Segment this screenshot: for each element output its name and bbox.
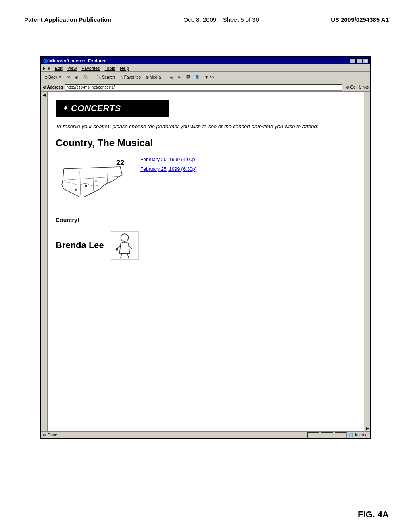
- back-label: Back: [48, 75, 57, 79]
- menu-favorites[interactable]: Favorites: [81, 66, 100, 71]
- map-container: 22: [56, 157, 128, 223]
- address-bar: ⊙ Address ⊕ Go Links: [41, 83, 370, 92]
- svg-point-12: [115, 248, 118, 251]
- menu-tools[interactable]: Tools: [105, 66, 115, 71]
- concerts-title: CONCERTS: [71, 103, 121, 114]
- svg-line-9: [127, 253, 129, 258]
- toolbar-extra: ▼ >>: [204, 75, 214, 79]
- star-icon: ☆: [120, 75, 123, 79]
- seat-count: 22: [116, 159, 124, 167]
- menu-bar: File Edit View Favorites Tools Help: [41, 64, 370, 72]
- performer-section: Country, The Musical: [56, 137, 356, 149]
- menu-help[interactable]: Help: [120, 66, 129, 71]
- header-patent: US 2009/0254385 A1: [331, 16, 389, 23]
- address-icon: ⊙: [43, 85, 46, 89]
- edit-icon: ✏: [178, 75, 181, 79]
- refresh-button[interactable]: ⊗: [73, 74, 80, 80]
- concerts-star-icon: ✦: [62, 104, 68, 113]
- map-right-info: February 20, 1999 (4:00p) February 25, 1…: [140, 157, 196, 172]
- scroll-right[interactable]: ▶: [364, 92, 370, 431]
- date-link-2[interactable]: February 25, 1999 (6:30p): [140, 166, 196, 172]
- header-publication: Patent Application Publication: [24, 16, 111, 23]
- search-button[interactable]: 🔍 Search: [95, 74, 117, 80]
- header-sheet: Sheet 5 of 30: [223, 16, 259, 23]
- discuss-button[interactable]: 🗐: [184, 74, 192, 80]
- main-content: ✦ CONCERTS To reserve your seat(s), plea…: [48, 92, 364, 431]
- edit-button[interactable]: ✏: [176, 74, 183, 80]
- svg-line-3: [64, 176, 120, 180]
- svg-line-8: [120, 253, 122, 258]
- media-icon: ⊕: [146, 75, 149, 79]
- favorites-label: Favorites: [124, 75, 141, 79]
- toolbar-separator-1: [92, 73, 92, 81]
- menu-file[interactable]: File: [43, 66, 50, 71]
- svg-line-1: [93, 168, 94, 191]
- back-button[interactable]: ⊙ Back ▼: [43, 74, 64, 80]
- performer-name: Country, The Musical: [56, 137, 356, 149]
- address-label: ⊙ Address: [43, 85, 63, 89]
- back-arrow-icon: ▼: [58, 75, 62, 79]
- stop-icon: ✕: [67, 75, 70, 79]
- discuss-icon: 🗐: [186, 75, 190, 79]
- instruction-text: To reserve your seat(s), please choose t…: [56, 123, 356, 129]
- browser-title: Microsoft Internet Explorer: [49, 58, 106, 63]
- content-area: ◀ ✦ CONCERTS To reserve your seat(s), pl…: [41, 92, 370, 431]
- minimize-button[interactable]: _: [350, 58, 356, 63]
- browser-icon: 🌐: [43, 59, 48, 63]
- favorites-button[interactable]: ☆ Favorites: [118, 74, 142, 80]
- home-button[interactable]: 🏠: [81, 74, 90, 80]
- internet-label: Internet: [355, 433, 369, 437]
- svg-point-6: [95, 180, 97, 182]
- date-link-1[interactable]: February 20, 1999 (4:00p): [140, 157, 196, 162]
- links-label: Links: [359, 85, 369, 89]
- map-label: Country!: [56, 217, 128, 223]
- page-header: Patent Application Publication Oct. 8, 2…: [0, 16, 413, 23]
- messenger-icon: 👤: [195, 75, 200, 79]
- artist-svg: [111, 231, 138, 260]
- status-bar: ⊙ Done 🌐 Internet: [41, 431, 370, 438]
- progress-segment-3: [335, 432, 347, 438]
- refresh-icon: ⊗: [75, 75, 78, 79]
- status-right: 🌐 Internet: [307, 432, 369, 438]
- svg-line-0: [80, 171, 81, 195]
- print-icon: 🖨: [169, 75, 173, 79]
- go-button[interactable]: ⊕ Go: [344, 84, 358, 90]
- toolbar: ⊙ Back ▼ ✕ ⊗ 🏠 🔍 Search ☆ Favorites ⊕ Me…: [41, 72, 370, 83]
- scroll-left[interactable]: ◀: [41, 92, 48, 431]
- media-button[interactable]: ⊕ Media: [144, 74, 162, 80]
- address-input[interactable]: [65, 84, 342, 91]
- browser-window: 🌐 Microsoft Internet Explorer _ □ ✕ File…: [40, 56, 371, 439]
- title-bar: 🌐 Microsoft Internet Explorer _ □ ✕: [41, 57, 370, 64]
- svg-point-5: [75, 189, 77, 191]
- print-button[interactable]: 🖨: [167, 74, 175, 80]
- progress-segment-1: [307, 432, 319, 438]
- map-area: 22: [56, 157, 356, 223]
- header-date-sheet: Oct. 8, 2009 Sheet 5 of 30: [183, 16, 259, 23]
- title-bar-controls: _ □ ✕: [350, 58, 369, 63]
- internet-icon: 🌐: [348, 433, 353, 437]
- menu-edit[interactable]: Edit: [55, 66, 63, 71]
- artist-section: Brenda Lee: [56, 231, 356, 260]
- media-label: Media: [150, 75, 161, 79]
- progress-segment-2: [321, 432, 333, 438]
- search-icon: 🔍: [96, 75, 101, 79]
- stop-button[interactable]: ✕: [65, 74, 72, 80]
- artist-name: Brenda Lee: [56, 240, 104, 251]
- status-left: ⊙ Done: [43, 433, 57, 437]
- close-button[interactable]: ✕: [363, 58, 369, 63]
- back-icon: ⊙: [44, 75, 48, 79]
- done-label: Done: [48, 433, 57, 437]
- maximize-button[interactable]: □: [357, 58, 362, 63]
- figure-label: FIG. 4A: [358, 509, 389, 520]
- svg-point-4: [85, 185, 87, 187]
- header-date: Oct. 8, 2009: [183, 16, 216, 23]
- done-icon: ⊙: [43, 433, 46, 437]
- title-bar-left: 🌐 Microsoft Internet Explorer: [43, 58, 106, 63]
- toolbar-separator-2: [165, 73, 165, 81]
- menu-view[interactable]: View: [67, 66, 77, 71]
- svg-line-2: [107, 168, 108, 184]
- search-label: Search: [102, 75, 115, 79]
- messenger-button[interactable]: 👤: [193, 74, 201, 80]
- artist-image: [111, 231, 139, 260]
- go-icon: ⊕: [346, 85, 349, 89]
